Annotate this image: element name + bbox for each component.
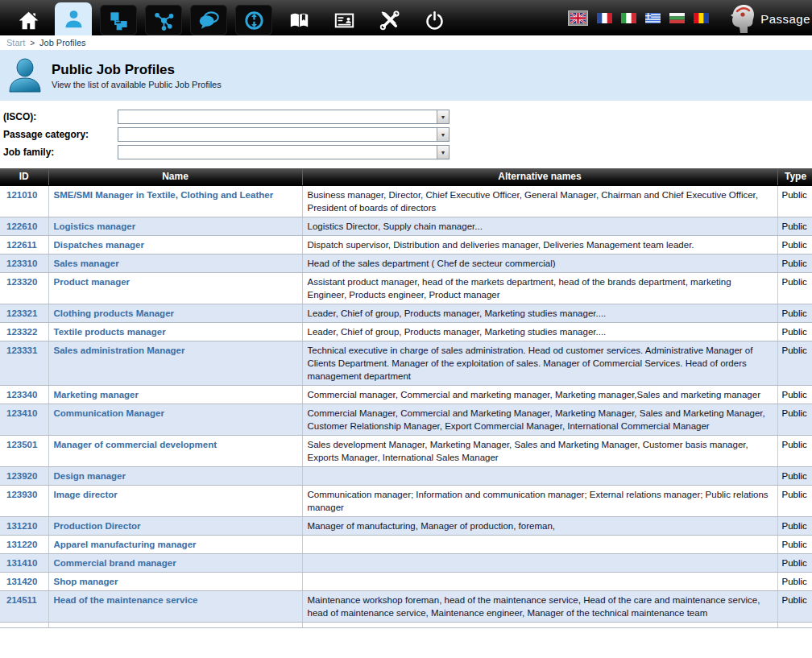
job-profiles-table: ID Name Alternative names Type 121010SME… <box>0 168 812 628</box>
contact-card-icon[interactable] <box>325 5 362 35</box>
table-row: 123310Sales managerHead of the sales dep… <box>0 254 812 272</box>
isco-select[interactable]: ▼ <box>118 110 450 124</box>
job-alt-names: Maintenance workshop foreman, head of th… <box>302 590 777 622</box>
job-id-link[interactable]: 123410 <box>6 408 37 418</box>
job-id-link[interactable]: 123340 <box>6 390 37 399</box>
job-name-link[interactable]: Production Director <box>54 521 141 531</box>
job-name-link[interactable]: Apparel manufacturing manager <box>54 540 197 549</box>
job-family-select[interactable]: ▼ <box>118 145 450 159</box>
job-type: Public <box>777 341 812 385</box>
job-type: Public <box>777 217 812 235</box>
job-name-link[interactable]: Logistics manager <box>54 221 136 231</box>
column-header-alternative-names: Alternative names <box>302 168 777 185</box>
job-id-link[interactable]: 123920 <box>6 471 37 481</box>
table-row: 122611Dispatches managerDispatch supervi… <box>0 235 812 254</box>
job-alt-names: Business manager, Director, Chief Execut… <box>302 185 777 217</box>
job-id-link[interactable]: 123322 <box>6 327 37 337</box>
job-name-link[interactable]: Marketing manager <box>54 390 139 399</box>
flag-italy-icon[interactable] <box>621 13 636 23</box>
passage-logo: Passage <box>727 0 810 37</box>
network-icon[interactable] <box>145 5 182 35</box>
job-type: Public <box>777 403 812 435</box>
passage-category-select[interactable]: ▼ <box>118 127 450 142</box>
table-row: 123331Sales administration ManagerTechni… <box>0 341 812 385</box>
table-row: 121010SME/SMI Manager in Textile, Clothi… <box>0 185 812 217</box>
table-row: 123340Marketing managerCommercial manage… <box>0 385 812 403</box>
table-row: 123410Communication ManagerCommercial Ma… <box>0 403 812 435</box>
table-row: 123930Image directorCommunication manage… <box>0 485 812 516</box>
job-name-link[interactable]: Sales manager <box>54 259 119 268</box>
table-row <box>0 622 812 627</box>
column-header-type: Type <box>777 168 812 185</box>
job-name-link[interactable]: Shop manager <box>54 577 118 586</box>
flag-uk-icon[interactable] <box>568 10 588 26</box>
isco-select-arrow-icon[interactable]: ▼ <box>437 110 449 123</box>
sync-exchange-icon[interactable] <box>235 5 272 35</box>
job-type: Public <box>777 322 812 341</box>
library-book-icon[interactable] <box>280 5 317 35</box>
hierarchy-icon[interactable] <box>100 5 137 35</box>
messages-icon[interactable] <box>190 5 227 35</box>
job-id-link[interactable]: 131410 <box>6 558 37 568</box>
job-name-link[interactable]: Sales administration Manager <box>54 346 185 355</box>
job-id-link[interactable]: 131210 <box>6 521 37 531</box>
job-name-link[interactable]: Textile products manager <box>54 327 166 337</box>
job-type: Public <box>777 485 812 516</box>
tools-icon[interactable] <box>371 5 408 35</box>
table-row: 131410Commercial brand managerPublic <box>0 553 812 572</box>
job-id-link[interactable]: 122611 <box>6 240 37 250</box>
job-type: Public <box>777 535 812 553</box>
job-id-link[interactable]: 123310 <box>6 259 37 268</box>
flag-bulgaria-icon[interactable] <box>669 13 685 23</box>
job-name-link[interactable]: Dispatches manager <box>54 240 145 250</box>
job-name-link[interactable]: Design manager <box>54 471 126 481</box>
page-title: Public Job Profiles <box>52 62 222 78</box>
passage-category-label: Passage category: <box>3 129 118 140</box>
job-name-link[interactable]: Clothing products Manager <box>54 308 175 318</box>
power-icon[interactable] <box>416 5 453 35</box>
job-id-link[interactable]: 123930 <box>6 490 37 499</box>
job-name-link[interactable]: Commercial brand manager <box>54 558 176 568</box>
job-alt-names: Head of the sales department ( Chef de s… <box>302 254 777 272</box>
job-id-link[interactable]: 123331 <box>6 346 37 355</box>
job-profiles-icon[interactable] <box>55 2 92 35</box>
job-id-link[interactable]: 214511 <box>6 595 37 605</box>
job-name-link[interactable]: Communication Manager <box>54 408 164 418</box>
table-row: 123321Clothing products ManagerLeader, C… <box>0 304 812 322</box>
isco-label: (ISCO): <box>3 111 118 122</box>
table-row: 131220Apparel manufacturing managerPubli… <box>0 535 812 553</box>
job-type: Public <box>777 304 812 322</box>
job-alt-names: Dispatch supervisor, Distribution and de… <box>302 235 777 254</box>
job-id-link[interactable]: 123321 <box>6 308 37 318</box>
job-name-link[interactable]: Head of the maintenance service <box>54 595 198 605</box>
job-type: Public <box>777 385 812 403</box>
job-name-link[interactable]: SME/SMI Manager in Textile, Clothing and… <box>54 190 274 200</box>
job-alt-names: Communication manager; Information and c… <box>302 485 777 516</box>
job-id-link[interactable]: 131220 <box>6 540 37 549</box>
breadcrumb: Start > Job Profiles <box>0 35 812 50</box>
language-flag-group <box>568 0 709 35</box>
job-name-link[interactable]: Product manager <box>54 277 130 287</box>
page-header: Public Job Profiles View the list of ava… <box>0 50 812 101</box>
top-nav-bar: Passage <box>0 0 812 35</box>
job-name-link[interactable]: Manager of commercial development <box>54 440 218 449</box>
flag-greece-icon[interactable] <box>645 13 661 23</box>
job-type: Public <box>777 435 812 466</box>
job-name-link[interactable]: Image director <box>54 490 118 499</box>
breadcrumb-start-link[interactable]: Start <box>6 38 25 48</box>
table-row: 131420Shop managerPublic <box>0 572 812 590</box>
job-id-link[interactable]: 121010 <box>6 190 37 200</box>
flag-france-icon[interactable] <box>597 13 612 23</box>
job-id-link[interactable]: 123320 <box>6 277 37 287</box>
passage-category-select-arrow-icon[interactable]: ▼ <box>437 128 449 141</box>
job-id-link[interactable]: 122610 <box>6 221 37 231</box>
job-id-link[interactable]: 131420 <box>6 577 37 586</box>
flag-romania-icon[interactable] <box>694 13 709 23</box>
passage-logo-text: Passage <box>760 12 810 26</box>
table-row: 214511Head of the maintenance serviceMai… <box>0 590 812 622</box>
job-id-link[interactable]: 123501 <box>6 440 37 449</box>
job-family-select-arrow-icon[interactable]: ▼ <box>437 146 449 159</box>
table-row: 123501Manager of commercial developmentS… <box>0 435 812 466</box>
home-icon[interactable] <box>10 5 47 35</box>
person-icon <box>6 56 44 95</box>
